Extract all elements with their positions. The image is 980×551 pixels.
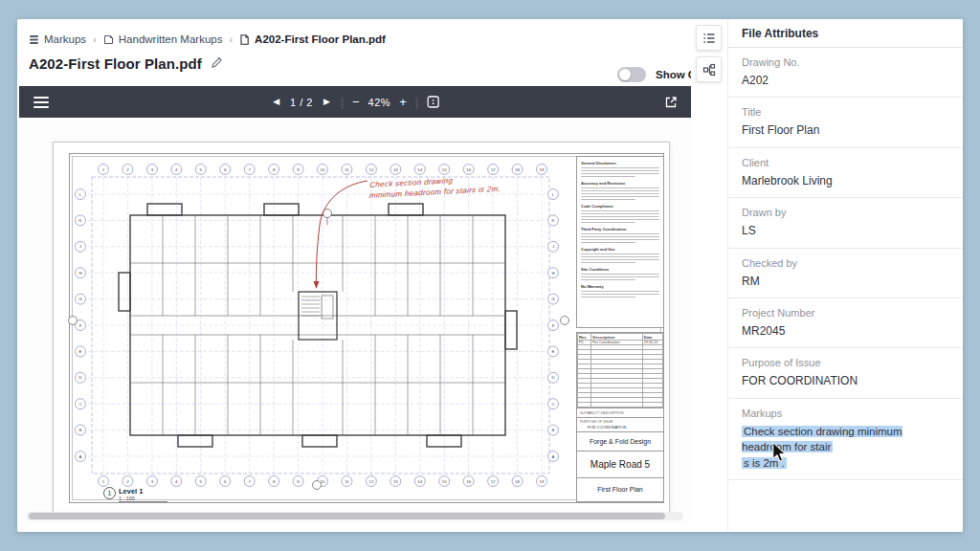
drawing-scale: 1 : 100 [119, 496, 143, 501]
svg-text:10: 10 [321, 479, 325, 484]
breadcrumb-markups[interactable]: Markups [29, 33, 86, 45]
svg-text:F: F [79, 323, 82, 328]
previous-page-button[interactable]: ◀ [271, 96, 281, 108]
svg-text:K: K [552, 218, 555, 223]
attribute-field[interactable]: TitleFirst Floor Plan [728, 98, 963, 147]
svg-text:18: 18 [515, 167, 520, 172]
revision-table: Rev Description Date P1 For Coordination… [577, 333, 663, 408]
attributes-sidebar: File Attributes Drawing No.A202TitleFirs… [691, 19, 963, 532]
svg-text:18: 18 [515, 479, 520, 484]
markup-set-icon [103, 34, 114, 45]
show-ocr-toggle[interactable] [617, 67, 646, 82]
project-name: Maple Road 5 [577, 451, 663, 477]
svg-text:C: C [78, 402, 81, 407]
title-block: Rev Description Date P1 For Coordination… [576, 332, 664, 502]
attribute-field[interactable]: Drawn byLS [728, 198, 963, 248]
svg-text:16: 16 [466, 167, 471, 172]
fit-to-page-icon[interactable] [427, 96, 439, 108]
level-marker: 1 Level 1 1 : 100 [103, 487, 167, 502]
zoom-out-button[interactable]: − [352, 96, 360, 108]
attribute-fields: Drawing No.A202TitleFirst Floor PlanClie… [728, 48, 963, 480]
zoom-level: 42% [368, 97, 391, 108]
app-window: Markups › Handwritten Markups › A202-Fir… [17, 19, 963, 532]
svg-text:H: H [551, 271, 554, 276]
stack-icon [29, 34, 39, 45]
breadcrumb-current-file[interactable]: A202-First Floor Plan.pdf [239, 33, 386, 45]
general-notes-column: General Disclaimer:Accuracy and Revision… [576, 156, 664, 328]
svg-text:B: B [79, 428, 82, 432]
breadcrumb: Markups › Handwritten Markups › A202-Fir… [29, 31, 386, 48]
sheet-title: First Floor Plan [577, 477, 663, 501]
svg-text:10: 10 [321, 167, 325, 172]
open-external-icon[interactable] [664, 96, 678, 109]
edit-title-icon[interactable] [211, 56, 223, 72]
attribute-field[interactable]: Purpose of IssueFOR COORDINATION [728, 348, 963, 398]
attribute-field[interactable]: MarkupsCheck section drawing minimum hea… [728, 399, 963, 480]
svg-text:19: 19 [540, 479, 545, 484]
svg-text:A: A [552, 454, 555, 459]
breadcrumb-label: A202-First Floor Plan.pdf [255, 33, 386, 45]
scrollbar-thumb[interactable] [29, 513, 665, 519]
next-page-button[interactable]: ▶ [322, 96, 332, 108]
svg-text:C: C [551, 402, 554, 407]
suitability-label: SUITABILITY DESCRIPTION [580, 411, 624, 415]
svg-text:D: D [551, 375, 554, 380]
zoom-in-button[interactable]: + [399, 96, 407, 108]
hamburger-menu-icon[interactable] [33, 94, 49, 111]
field-value: LS [742, 223, 951, 239]
svg-text:J: J [79, 244, 81, 249]
svg-text:12: 12 [368, 479, 373, 484]
field-value: FOR COORDINATION [742, 373, 951, 389]
field-value: Marlebrook Living [742, 173, 951, 189]
breadcrumb-label: Handwritten Markups [119, 33, 223, 45]
sidebar-icon-rail [691, 19, 727, 532]
breadcrumb-handwritten-markups[interactable]: Handwritten Markups [103, 33, 223, 45]
purpose-value: FOR COORDINATION [580, 425, 660, 430]
field-value: MR2045 [742, 323, 951, 340]
title-row: A202-First Floor Plan.pdf [29, 55, 223, 72]
svg-text:15: 15 [442, 479, 447, 484]
svg-text:H: H [78, 271, 81, 276]
svg-text:A: A [79, 454, 82, 459]
level-number: 1 [103, 487, 116, 499]
svg-text:G: G [78, 297, 82, 301]
workflow-tree-button[interactable] [696, 56, 722, 82]
file-attributes-panel: File Attributes Drawing No.A202TitleFirs… [727, 19, 963, 532]
breadcrumb-label: Markups [44, 33, 86, 45]
svg-text:14: 14 [417, 167, 422, 172]
attributes-list-button[interactable] [696, 25, 722, 51]
attribute-field[interactable]: Checked byRM [728, 249, 963, 298]
field-label: Checked by [742, 257, 951, 269]
pdf-page: 1122334455667788991010111112121313141415… [53, 142, 670, 513]
purpose-label: PURPOSE OF ISSUE [580, 420, 660, 424]
svg-text:19: 19 [540, 167, 545, 172]
attribute-field[interactable]: Project NumberMR2045 [728, 298, 963, 348]
field-label: Markups [742, 408, 951, 419]
svg-text:14: 14 [417, 479, 422, 484]
field-label: Client [742, 157, 951, 168]
pdf-viewer: ◀ 1 / 2 ▶ | − 42% + | [19, 86, 691, 524]
toggle-knob [619, 69, 631, 80]
horizontal-scrollbar[interactable] [27, 512, 683, 520]
svg-text:11: 11 [345, 479, 349, 484]
svg-text:G: G [551, 297, 555, 301]
panel-title: File Attributes [728, 19, 963, 48]
pdf-toolbar: ◀ 1 / 2 ▶ | − 42% + | [19, 86, 691, 118]
toolbar-divider: | [341, 96, 344, 109]
field-label: Drawn by [742, 207, 951, 218]
breadcrumb-separator: › [229, 33, 233, 45]
svg-text:13: 13 [393, 167, 398, 172]
field-value: First Floor Plan [742, 122, 951, 139]
toolbar-divider: | [415, 96, 418, 109]
field-label: Title [742, 106, 951, 118]
field-value: Check section drawing minimum headroom f… [742, 424, 951, 472]
page-title: A202-First Floor Plan.pdf [29, 55, 202, 72]
attribute-field[interactable]: ClientMarlebrook Living [728, 148, 963, 198]
svg-text:13: 13 [393, 479, 398, 484]
breadcrumb-separator: › [93, 33, 97, 45]
floor-plan-drawing: 1122334455667788991010111112121313141415… [63, 158, 570, 493]
svg-text:E: E [79, 349, 82, 354]
svg-text:K: K [79, 218, 82, 223]
viewer-canvas[interactable]: 1122334455667788991010111112121313141415… [19, 118, 691, 517]
attribute-field[interactable]: Drawing No.A202 [728, 48, 963, 98]
